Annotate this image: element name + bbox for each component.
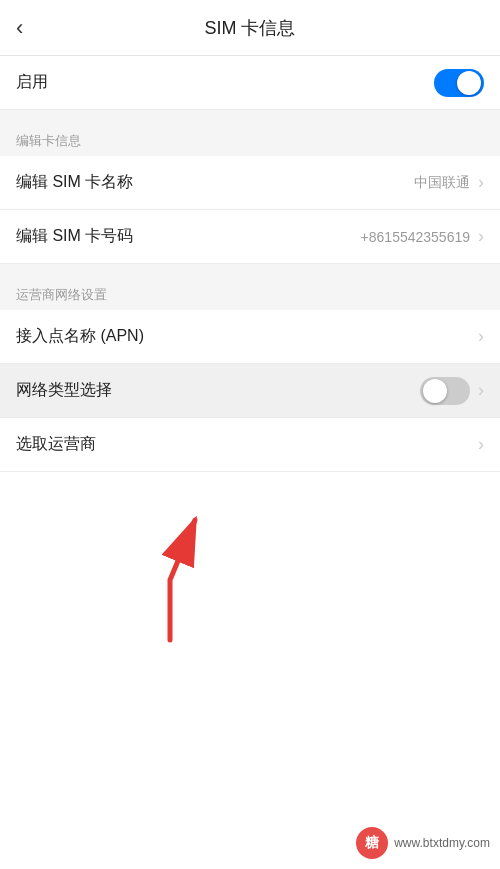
back-button[interactable]: ‹ — [16, 15, 23, 41]
edit-sim-number-value: +8615542355619 — [361, 229, 470, 245]
edit-section-label: 编辑卡信息 — [0, 120, 500, 156]
apn-label: 接入点名称 (APN) — [16, 326, 144, 347]
enable-row: 启用 — [0, 56, 500, 110]
edit-sim-number-row[interactable]: 编辑 SIM 卡号码 +8615542355619 › — [0, 210, 500, 264]
enable-label: 启用 — [16, 72, 48, 93]
chevron-icon: › — [478, 172, 484, 193]
watermark-url: www.btxtdmy.com — [394, 836, 490, 850]
edit-sim-name-value: 中国联通 — [414, 174, 470, 192]
network-type-right: › — [420, 377, 484, 405]
spacer-1 — [0, 110, 500, 120]
chevron-icon-5: › — [478, 434, 484, 455]
enable-toggle[interactable] — [434, 69, 484, 97]
network-toggle-thumb — [423, 379, 447, 403]
network-type-label: 网络类型选择 — [16, 380, 112, 401]
spacer-2 — [0, 264, 500, 274]
watermark: 糖 www.btxtdmy.com — [356, 827, 490, 859]
network-type-row[interactable]: 网络类型选择 › — [0, 364, 500, 418]
edit-sim-name-right: 中国联通 › — [414, 172, 484, 193]
apn-right: › — [478, 326, 484, 347]
watermark-logo: 糖 — [356, 827, 388, 859]
edit-sim-number-right: +8615542355619 › — [361, 226, 484, 247]
carrier-section-label: 运营商网络设置 — [0, 274, 500, 310]
edit-sim-number-label: 编辑 SIM 卡号码 — [16, 226, 133, 247]
apn-row[interactable]: 接入点名称 (APN) › — [0, 310, 500, 364]
header: ‹ SIM 卡信息 — [0, 0, 500, 56]
select-carrier-label: 选取运营商 — [16, 434, 96, 455]
network-toggle[interactable] — [420, 377, 470, 405]
edit-sim-name-row[interactable]: 编辑 SIM 卡名称 中国联通 › — [0, 156, 500, 210]
chevron-icon-3: › — [478, 326, 484, 347]
select-carrier-row[interactable]: 选取运营商 › — [0, 418, 500, 472]
edit-sim-name-label: 编辑 SIM 卡名称 — [16, 172, 133, 193]
watermark-logo-text: 糖 — [365, 834, 379, 852]
select-carrier-right: › — [478, 434, 484, 455]
chevron-icon-4: › — [478, 380, 484, 401]
page-title: SIM 卡信息 — [204, 16, 295, 40]
toggle-thumb — [457, 71, 481, 95]
chevron-icon-2: › — [478, 226, 484, 247]
